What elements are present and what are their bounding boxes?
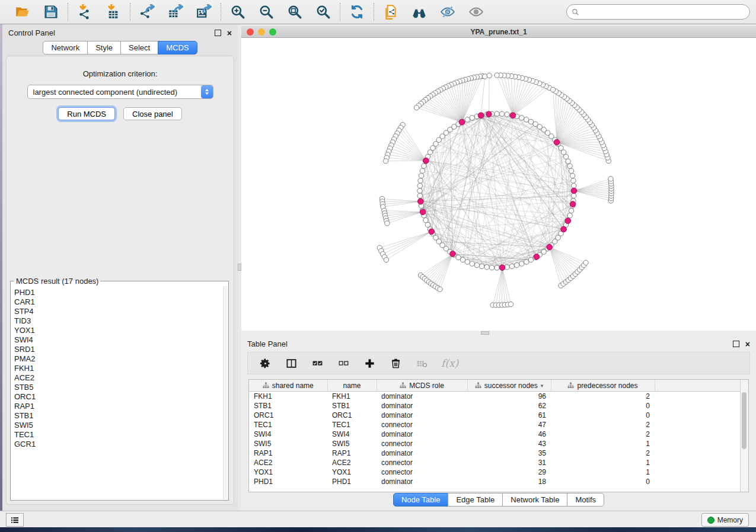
mcds-hub-node[interactable] <box>534 254 540 260</box>
save-session-button[interactable] <box>43 4 59 20</box>
mcds-result-item[interactable]: PMA2 <box>14 354 220 364</box>
hide-selected-button[interactable] <box>439 4 456 20</box>
ring-node[interactable] <box>460 257 465 262</box>
mcds-result-item[interactable]: STP4 <box>14 307 220 316</box>
ring-node[interactable] <box>528 119 533 124</box>
zoom-selected-button[interactable] <box>315 4 331 20</box>
mcds-result-item[interactable]: GCR1 <box>14 440 220 449</box>
table-row[interactable]: STB1STB1dominator620 <box>249 401 748 411</box>
ring-node[interactable] <box>484 265 489 270</box>
mcds-hub-node[interactable] <box>547 244 553 250</box>
ring-node[interactable] <box>465 259 470 264</box>
column-header-predecessor-nodes[interactable]: predecessor nodes <box>551 380 655 392</box>
mcds-hub-node[interactable] <box>554 139 560 145</box>
ring-node[interactable] <box>572 193 576 198</box>
table-row[interactable]: FKH1FKH1dominator962 <box>249 392 748 402</box>
ring-node[interactable] <box>418 178 423 183</box>
ring-node[interactable] <box>566 159 570 164</box>
mcds-result-item[interactable]: YOX1 <box>14 326 220 335</box>
mcds-hub-node[interactable] <box>459 119 465 125</box>
network-view-canvas[interactable] <box>241 38 756 331</box>
leaf-node[interactable] <box>583 260 588 265</box>
table-row[interactable]: TEC1TEC1connector472 <box>249 420 748 430</box>
ring-node[interactable] <box>514 262 519 267</box>
mcds-hub-node[interactable] <box>450 251 456 257</box>
ring-node[interactable] <box>465 117 470 122</box>
leaf-node[interactable] <box>550 87 555 92</box>
tab-node-table[interactable]: Node Table <box>393 493 449 507</box>
ring-node[interactable] <box>570 173 575 178</box>
leaf-node[interactable] <box>385 221 390 226</box>
deselect-checkboxes-button[interactable] <box>337 357 350 370</box>
table-row[interactable]: ACE2ACE2connector311 <box>249 458 748 467</box>
ring-node[interactable] <box>489 265 494 270</box>
ring-node[interactable] <box>470 261 474 266</box>
leaf-node[interactable] <box>384 257 388 262</box>
ring-node[interactable] <box>417 183 422 188</box>
mcds-result-item[interactable]: SWI4 <box>14 335 220 345</box>
ring-node[interactable] <box>419 173 423 178</box>
mcds-result-item[interactable]: FKH1 <box>14 364 220 373</box>
ring-node[interactable] <box>422 164 426 168</box>
leaf-node[interactable] <box>414 105 419 110</box>
show-all-button[interactable] <box>468 4 484 20</box>
tab-edge-table[interactable]: Edge Table <box>448 493 503 507</box>
mcds-hub-node[interactable] <box>499 265 505 271</box>
mcds-hub-node[interactable] <box>429 229 435 235</box>
close-panel-icon[interactable]: × <box>227 30 232 36</box>
clone-network-button[interactable] <box>382 4 399 20</box>
ring-node[interactable] <box>420 168 425 173</box>
zoom-in-button[interactable] <box>229 4 246 20</box>
ring-node[interactable] <box>571 178 576 183</box>
mcds-result-item[interactable]: ACE2 <box>14 373 220 383</box>
mcds-result-item[interactable]: PHD1 <box>14 288 220 297</box>
ring-node[interactable] <box>572 183 576 188</box>
ring-node[interactable] <box>495 265 499 270</box>
table-row[interactable]: SWI4SWI4dominator462 <box>249 430 748 439</box>
mcds-hub-node[interactable] <box>565 218 571 224</box>
import-network-button[interactable] <box>76 4 93 20</box>
leaf-node[interactable] <box>608 177 613 181</box>
column-header-MCDS-role[interactable]: MCDS role <box>377 380 467 392</box>
column-header-shared-name[interactable]: shared name <box>249 380 327 392</box>
mcds-result-item[interactable]: STB5 <box>14 383 220 392</box>
close-panel-button[interactable]: Close panel <box>123 107 182 120</box>
ring-node[interactable] <box>567 164 572 168</box>
mcds-result-item[interactable]: SWI5 <box>14 421 220 430</box>
network-search-box[interactable] <box>566 4 750 20</box>
mcds-result-item[interactable]: ORC1 <box>14 392 220 402</box>
table-row[interactable]: PHD1PHD1dominator180 <box>249 477 748 486</box>
mcds-hub-node[interactable] <box>423 158 429 164</box>
horizontal-splitter-handle[interactable] <box>481 331 489 335</box>
leaf-node[interactable] <box>383 159 388 164</box>
table-row[interactable]: SWI5SWI5connector431 <box>249 439 748 448</box>
table-scrollbar-track[interactable] <box>740 380 748 492</box>
search-input[interactable] <box>582 7 745 17</box>
mcds-result-item[interactable]: TID3 <box>14 316 220 326</box>
float-table-panel-icon[interactable] <box>733 341 739 347</box>
memory-button[interactable]: Memory <box>701 513 749 527</box>
ring-node[interactable] <box>495 111 499 116</box>
ring-node[interactable] <box>569 208 573 213</box>
ring-node[interactable] <box>569 168 573 173</box>
tab-style[interactable]: Style <box>87 41 121 55</box>
open-file-button[interactable] <box>14 4 31 20</box>
mcds-result-item[interactable]: STB1 <box>14 411 220 421</box>
zoom-out-button[interactable] <box>258 4 275 20</box>
mcds-hub-node[interactable] <box>571 188 577 194</box>
ring-node[interactable] <box>519 261 524 266</box>
ring-node[interactable] <box>567 213 572 218</box>
task-history-button[interactable] <box>6 513 24 527</box>
tab-motifs[interactable]: Motifs <box>567 493 604 507</box>
tab-select[interactable]: Select <box>120 41 158 55</box>
ring-node[interactable] <box>474 262 479 267</box>
table-row[interactable]: ORC1ORC1dominator610 <box>249 411 748 420</box>
first-neighbors-button[interactable] <box>411 4 428 20</box>
column-header-name[interactable]: name <box>327 380 377 392</box>
table-row[interactable]: YOX1YOX1connector291 <box>249 467 748 477</box>
network-graph[interactable] <box>241 38 756 331</box>
ring-node[interactable] <box>479 264 484 268</box>
zoom-fit-button[interactable] <box>286 4 303 20</box>
mcds-result-item[interactable]: RAP1 <box>14 402 220 411</box>
tab-network-table[interactable]: Network Table <box>502 493 567 507</box>
